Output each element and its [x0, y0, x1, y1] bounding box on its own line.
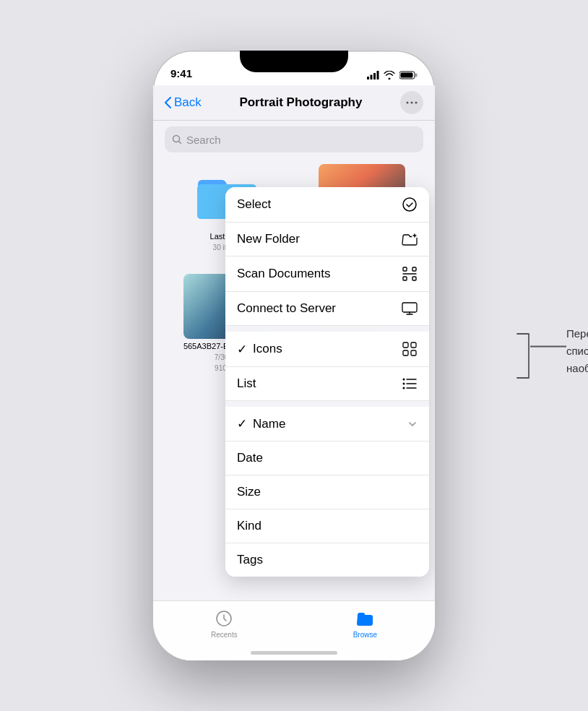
- svg-point-23: [403, 379, 405, 381]
- menu-item-label: List: [237, 376, 256, 391]
- menu-item-icons[interactable]: ✓ Icons: [225, 332, 429, 367]
- search-area: Search: [153, 121, 435, 155]
- menu-item-label: Size: [237, 485, 261, 499]
- status-time: 9:41: [170, 67, 192, 81]
- menu-item-label: Select: [237, 197, 271, 212]
- grid-icon: [402, 341, 418, 357]
- annotation-text: Переключение вида со списка на значки и …: [566, 325, 588, 377]
- menu-item-label: New Folder: [237, 232, 300, 246]
- menu-item-label: Date: [237, 451, 263, 465]
- svg-rect-22: [411, 350, 416, 356]
- tab-recents[interactable]: Recents: [211, 608, 238, 639]
- svg-rect-14: [412, 267, 416, 271]
- svg-rect-21: [403, 350, 408, 356]
- annotation-bracket: [516, 332, 530, 379]
- checkmark-circle-icon: [402, 197, 418, 212]
- menu-item-label: Icons: [253, 342, 282, 356]
- chevron-down-icon: [407, 419, 418, 429]
- list-bullet-icon: [402, 377, 418, 390]
- scan-icon: [402, 266, 418, 282]
- folder-badge-plus-icon: [402, 233, 418, 246]
- status-icons: [367, 71, 418, 81]
- annotation-line: [530, 345, 566, 348]
- svg-rect-20: [411, 342, 416, 348]
- menu-item-label: Connect to Server: [237, 301, 336, 316]
- svg-rect-0: [367, 77, 369, 79]
- menu-item-left: ✓ Icons: [237, 342, 282, 357]
- display-icon: [402, 302, 418, 315]
- search-bar[interactable]: Search: [165, 126, 423, 152]
- menu-item-label: Kind: [237, 519, 261, 533]
- files-area: Last Year 30 items Desert 9/7/20 385 KB: [153, 155, 435, 600]
- menu-item-list[interactable]: List: [225, 367, 429, 401]
- recents-icon: [214, 608, 234, 629]
- svg-point-11: [403, 198, 416, 211]
- menu-item-connect-to-server[interactable]: Connect to Server: [225, 292, 429, 326]
- menu-item-kind[interactable]: Kind: [225, 509, 429, 543]
- svg-point-9: [415, 102, 418, 104]
- svg-rect-6: [401, 73, 413, 78]
- svg-point-27: [403, 387, 405, 389]
- nav-bar: Back Portrait Photography: [153, 85, 435, 121]
- menu-separator: [225, 326, 429, 332]
- menu-item-size[interactable]: Size: [225, 475, 429, 509]
- context-menu: Select New Folder: [225, 187, 429, 577]
- back-label: Back: [174, 95, 202, 110]
- back-button[interactable]: Back: [165, 95, 202, 110]
- menu-item-new-folder[interactable]: New Folder: [225, 223, 429, 257]
- menu-item-tags[interactable]: Tags: [225, 543, 429, 577]
- svg-point-7: [407, 102, 409, 104]
- menu-item-label: Tags: [237, 553, 263, 567]
- checkmark-icon: ✓: [237, 416, 247, 431]
- svg-rect-1: [371, 75, 373, 80]
- menu-item-label: Name: [253, 417, 285, 431]
- tab-browse[interactable]: Browse: [353, 608, 377, 639]
- svg-rect-15: [403, 277, 407, 280]
- svg-point-25: [403, 383, 405, 385]
- app-content: Back Portrait Photography: [153, 85, 435, 660]
- svg-rect-13: [403, 267, 407, 271]
- more-icon: [406, 101, 418, 104]
- notch: [240, 51, 348, 72]
- menu-item-date[interactable]: Date: [225, 441, 429, 475]
- page-title: Portrait Photography: [239, 95, 362, 110]
- menu-item-select[interactable]: Select: [225, 187, 429, 223]
- svg-rect-5: [415, 74, 418, 77]
- svg-rect-19: [403, 342, 408, 348]
- home-indicator: [251, 651, 337, 655]
- menu-item-scan-documents[interactable]: Scan Documents: [225, 257, 429, 292]
- menu-item-label: Scan Documents: [237, 267, 330, 281]
- phone-frame: 9:41: [153, 51, 435, 660]
- svg-point-8: [411, 102, 413, 104]
- wifi-icon: [384, 71, 395, 79]
- search-placeholder: Search: [186, 134, 221, 146]
- menu-separator-2: [225, 401, 429, 407]
- back-chevron-icon: [165, 97, 171, 108]
- tab-recents-label: Recents: [211, 631, 238, 639]
- battery-icon: [399, 71, 418, 79]
- browse-icon: [355, 608, 375, 629]
- svg-rect-2: [373, 73, 376, 79]
- tab-browse-label: Browse: [353, 631, 377, 639]
- signal-icon: [367, 71, 379, 79]
- svg-rect-16: [412, 277, 416, 280]
- checkmark-icon: ✓: [237, 342, 247, 357]
- more-button[interactable]: [400, 91, 423, 114]
- menu-item-left: ✓ Name: [237, 416, 285, 431]
- svg-rect-3: [377, 71, 379, 79]
- menu-item-name[interactable]: ✓ Name: [225, 407, 429, 441]
- svg-rect-18: [402, 303, 417, 312]
- search-icon: [172, 134, 182, 145]
